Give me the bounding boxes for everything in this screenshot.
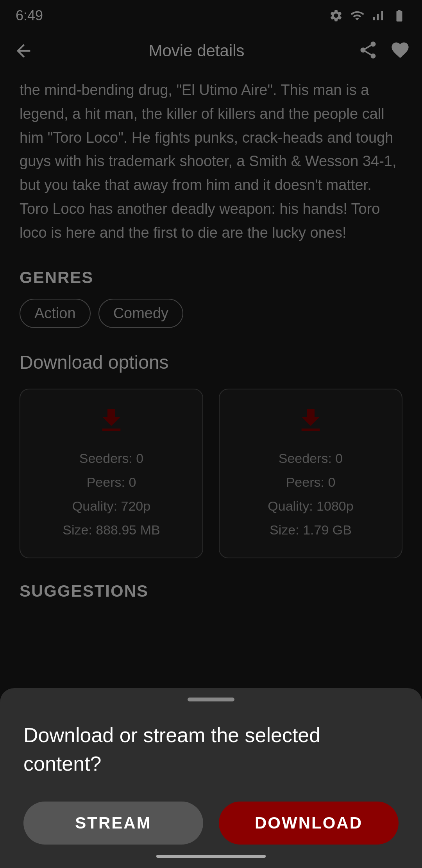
stream-button[interactable]: STREAM bbox=[23, 802, 203, 845]
nav-indicator bbox=[156, 855, 266, 858]
drag-handle[interactable] bbox=[188, 698, 234, 701]
sheet-question: Download or stream the selected content? bbox=[23, 721, 399, 778]
sheet-buttons: STREAM DOWNLOAD bbox=[23, 802, 399, 845]
bottom-sheet: Download or stream the selected content?… bbox=[0, 688, 422, 868]
nav-bar bbox=[0, 845, 422, 868]
download-button[interactable]: DOWNLOAD bbox=[219, 802, 399, 845]
